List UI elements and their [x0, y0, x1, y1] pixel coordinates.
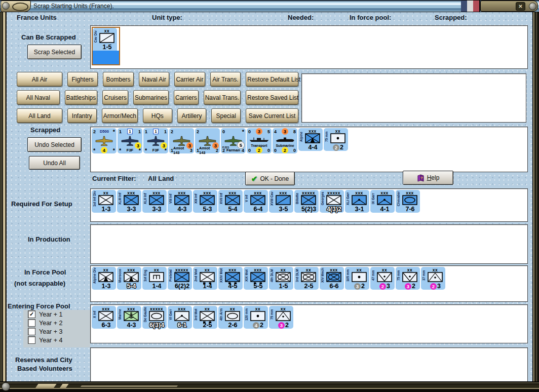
naval-unit-counter-submarine[interactable]: 438Submarine020 [273, 128, 297, 153]
filter-button-hqs[interactable]: HQs [143, 108, 172, 123]
unit-counter-morocco[interactable]: Moroccoxxx5-4 [117, 267, 141, 290]
strength-badge: 3 [186, 142, 193, 149]
counter-top-row: 2 [195, 129, 220, 134]
unit-counter-1st-inf-div[interactable]: 1st Inf Divxx1-3 [92, 190, 116, 213]
unit-counter-ix-garr[interactable]: IX Garrxxx4-1 [370, 190, 395, 213]
unit-counter-viii-inf[interactable]: VIII Infxxx4-3 [168, 190, 192, 213]
unit-counter-billotte[interactable]: Billottexxxxx5(2)3 [294, 190, 319, 213]
unit-counter-4th-arm-div[interactable]: 4th Arm Divxx2-6 [218, 306, 243, 329]
filter-button-restore-saved-list[interactable]: Restore Saved List [246, 90, 298, 105]
air-unit-counter-amiot-143[interactable]: 231Amiot 1433 [169, 128, 194, 153]
unit-strength: 3-5 [274, 206, 293, 213]
strength-value: 3 [437, 283, 441, 290]
ok-done-button[interactable]: ✔ OK - Done [245, 172, 295, 185]
unit-counter-alpine-div[interactable]: Alpine Divxx1-3 [92, 267, 116, 290]
unit-counter-x-inf[interactable]: X Infxxx6-3 [92, 306, 116, 329]
filter-button-save-current-list[interactable]: Save Current List [246, 108, 298, 123]
filter-button-cruisers[interactable]: Cruisers [102, 90, 128, 105]
selected-unit-cav-div[interactable]: Cav Divxx1-5 [92, 27, 120, 65]
unit-counter-xiv-mech[interactable]: XIV Mechxxx6-6 [320, 267, 344, 290]
unit-counter-pretelat[interactable]: Pretelatxxxxx6(2)2 [168, 267, 192, 290]
filter-button-all-land[interactable]: All Land [17, 108, 62, 123]
unit-counter-3rd-mot-div[interactable]: 3rd Mot Divxx2-5 [193, 306, 217, 329]
unit-counter-47-mm[interactable]: 47 mmxx23 [370, 267, 395, 290]
close-button[interactable]: ✕ [516, 2, 525, 11]
unit-counter-marine[interactable]: Marinexxx4-3 [117, 306, 141, 329]
strength-badge: 2 [379, 283, 386, 290]
checkbox-row-year-1[interactable]: ✓Year + 1 [28, 310, 90, 319]
unit-counter-georges[interactable]: Georgesxxxxx4(3)2 [320, 190, 344, 213]
checkbox-year-3[interactable] [28, 328, 35, 335]
unit-counter-xxiv-mot[interactable]: XXIV Motxxx4-5 [218, 267, 243, 290]
filter-button-artillery[interactable]: Artillery [177, 108, 207, 123]
air-unit-counter-amiot-143[interactable]: 231Amiot 1432 [195, 128, 220, 153]
top-center-value: D500 [100, 129, 109, 134]
air-unit-counter-d500[interactable]: 2D500**4* [92, 128, 117, 153]
unit-counter-75-mm[interactable]: 75 mmxx32 [269, 306, 293, 329]
unit-counter-75-mm[interactable]: 75 mmxx32 [396, 267, 420, 290]
unit-counter-xix-mot[interactable]: XIX Motxxx5-5 [244, 267, 268, 290]
filter-button-battleships[interactable]: Battleships [65, 90, 98, 105]
filter-button-infantry[interactable]: Infantry [67, 108, 97, 123]
strength-value: 2 [285, 322, 289, 329]
unit-counter-de-gaulle[interactable]: De Gaullexxxxx6(3)4 [142, 306, 167, 329]
scrap-selected-button[interactable]: Scrap Selected [27, 45, 82, 59]
unit-counter-chevalier[interactable]: Chevalierxxx7-6 [396, 190, 420, 213]
checkbox-year-4[interactable] [28, 336, 35, 344]
aircraft-icon: 3 [143, 134, 168, 147]
checkbox-row-year-3[interactable]: Year + 3 [28, 327, 90, 336]
filter-button-carriers[interactable]: Carriers [174, 90, 199, 105]
top-left-value: 2 [197, 129, 199, 134]
naval-unit-counter-transport[interactable]: 035Transport020 [247, 128, 272, 153]
filter-button-all-air[interactable]: All Air [17, 72, 62, 87]
unit-counter-xvii-inf[interactable]: XVII Infxxx5-4 [218, 190, 243, 213]
unit-counter-4th-dlm-div[interactable]: 4th DLM Divxx1-5 [269, 267, 293, 290]
unit-counter-vi-garr[interactable]: VI Garrxxx6-1 [168, 306, 192, 329]
air-unit-counter-farman[interactable]: 0*5F.2212Farman4 [221, 128, 246, 153]
unit-counter-2nd-mot-div[interactable]: 2nd Mot Divxx1-4 [193, 267, 217, 290]
unit-counter-alpine[interactable]: Alpinexxx4-4 [298, 128, 323, 151]
unit-counter-3rd-dlm-div[interactable]: 3rd DLM Divxx2-5 [294, 267, 319, 290]
filter-button-special[interactable]: Special [211, 108, 241, 123]
checkbox-row-year-4[interactable]: Year + 4 [28, 336, 90, 344]
counter-bottom-row: *4* [92, 147, 117, 153]
unit-counter-xliii-inf[interactable]: XLIII Infxxx3-3 [117, 190, 141, 213]
window-menu-button[interactable] [1, 1, 31, 12]
air-unit-counter-f3f[interactable]: 1113*F3F* [143, 128, 168, 153]
top-center-value: 1 [127, 129, 132, 134]
air-unit-counter-f3f[interactable]: 1113*F3F* [118, 128, 142, 153]
unit-name-label: 47 mm [370, 267, 376, 284]
unit-counter-xiii-inf[interactable]: XIII Infxxx5-3 [193, 190, 217, 213]
unit-counter-xviii-cav[interactable]: XVIII Cavxxx3-5 [269, 190, 293, 213]
filter-button-air-trans[interactable]: Air Trans. [210, 72, 241, 87]
unit-counter-xli-garr[interactable]: XLI Garrxxx3-1 [345, 190, 369, 213]
filter-button-armor-mech[interactable]: Armor/Mech [102, 108, 138, 123]
filter-button-fighters[interactable]: Fighters [67, 72, 98, 87]
unit-counter-37-mm[interactable]: 37 mmxx23 [421, 267, 445, 290]
filter-button-naval-trans[interactable]: Naval Trans. [204, 90, 241, 105]
filter-button-submarines[interactable]: Submarines [133, 90, 169, 105]
unit-counter-cav-div[interactable]: Cav Divxx1-5 [93, 28, 117, 51]
checkbox-year-2[interactable] [28, 319, 35, 327]
filter-button-bombers[interactable]: Bombers [103, 72, 133, 87]
undo-all-button[interactable]: Undo All [29, 156, 80, 170]
filter-button-carrier-air[interactable]: Carrier Air [174, 72, 205, 87]
filter-button-all-naval[interactable]: All Naval [17, 90, 60, 105]
aircraft-icon: 3 [169, 134, 194, 147]
unit-counter-1st-eng[interactable]: 1st Engxx1-4 [142, 267, 167, 290]
checkbox-row-year-2[interactable]: Year + 2 [28, 319, 90, 327]
unit-counter-105-mm[interactable]: 105 mmxx32 [345, 267, 369, 290]
undo-selected-button[interactable]: Undo Selected [27, 137, 82, 152]
unit-counter-xlii-inf[interactable]: XLII Infxxx3-3 [142, 190, 167, 213]
unit-counter-v-inf[interactable]: V Infxxx6-4 [244, 190, 268, 213]
unit-counter-120-mm[interactable]: 120 mmxx42 [244, 306, 268, 329]
unit-strength: 4-1 [375, 206, 395, 213]
help-button[interactable]: ? Help [403, 171, 453, 185]
filter-button-naval-air[interactable]: Naval Air [139, 72, 169, 87]
frame-decor [81, 385, 178, 387]
reserves-label-line1: Reserves and City [15, 356, 72, 364]
checkbox-year-1[interactable]: ✓ [28, 310, 35, 318]
unit-counter-75-mm[interactable]: 75 mmxx22 [324, 128, 348, 151]
filter-button-restore-default-list[interactable]: Restore Default List [246, 72, 298, 87]
scrap-units-window: Scrap Starting Units (France). ✕ France … [0, 0, 539, 392]
